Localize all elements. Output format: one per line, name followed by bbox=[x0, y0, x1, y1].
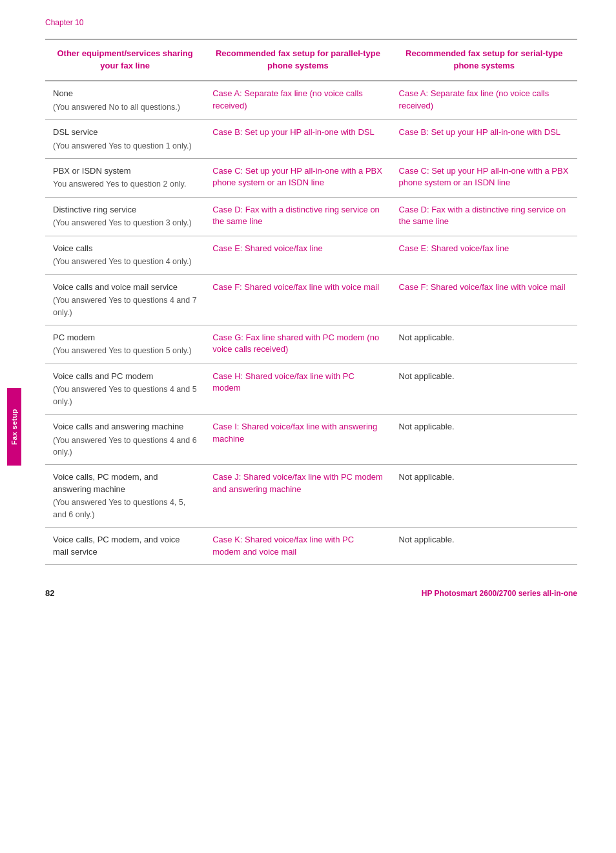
equipment-cell: Distinctive ring service(You answered Ye… bbox=[45, 197, 205, 236]
equipment-cell: DSL service(You answered Yes to question… bbox=[45, 119, 205, 158]
table-row: PBX or ISDN systemYou answered Yes to qu… bbox=[45, 158, 577, 197]
parallel-cell: Case E: Shared voice/fax line bbox=[205, 236, 391, 274]
main-table: Other equipment/services sharing your fa… bbox=[45, 39, 577, 565]
equipment-name: Voice calls, PC modem, and voice mail se… bbox=[53, 534, 197, 559]
parallel-cell: Case K: Shared voice/fax line with PC mo… bbox=[205, 527, 391, 565]
equipment-sub: (You answered No to all questions.) bbox=[53, 101, 197, 113]
parallel-cell: Case D: Fax with a distinctive ring serv… bbox=[205, 197, 391, 236]
table-row: Voice calls(You answered Yes to question… bbox=[45, 236, 577, 274]
equipment-name: Voice calls and voice mail service bbox=[53, 282, 197, 294]
chapter-label: Chapter 10 bbox=[45, 18, 577, 27]
equipment-name: None bbox=[53, 88, 197, 100]
table-row: PC modem(You answered Yes to question 5 … bbox=[45, 325, 577, 364]
equipment-name: DSL service bbox=[53, 127, 197, 139]
col-header-3: Recommended fax setup for serial-type ph… bbox=[391, 39, 577, 81]
equipment-cell: None(You answered No to all questions.) bbox=[45, 81, 205, 119]
serial-cell: Case A: Separate fax line (no voice call… bbox=[391, 81, 577, 119]
serial-cell: Case B: Set up your HP all-in-one with D… bbox=[391, 119, 577, 158]
equipment-cell: Voice calls and answering machine(You an… bbox=[45, 414, 205, 464]
serial-cell: Not applicable. bbox=[391, 364, 577, 414]
equipment-sub: (You answered Yes to question 3 only.) bbox=[53, 217, 197, 229]
equipment-sub: (You answered Yes to questions 4 and 5 o… bbox=[53, 384, 197, 407]
serial-cell: Not applicable. bbox=[391, 414, 577, 464]
table-row: Distinctive ring service(You answered Ye… bbox=[45, 197, 577, 236]
table-row: Voice calls, PC modem, and voice mail se… bbox=[45, 527, 577, 565]
serial-cell: Not applicable. bbox=[391, 527, 577, 565]
serial-cell: Case D: Fax with a distinctive ring serv… bbox=[391, 197, 577, 236]
parallel-cell: Case A: Separate fax line (no voice call… bbox=[205, 81, 391, 119]
serial-cell: Case C: Set up your HP all-in-one with a… bbox=[391, 158, 577, 197]
table-header-row: Other equipment/services sharing your fa… bbox=[45, 39, 577, 81]
equipment-name: PC modem bbox=[53, 332, 197, 344]
equipment-sub: (You answered Yes to question 5 only.) bbox=[53, 345, 197, 356]
page-container: Fax setup Chapter 10 Other equipment/ser… bbox=[0, 0, 616, 853]
side-tab: Fax setup bbox=[7, 388, 21, 466]
equipment-sub: (You answered Yes to questions 4 and 7 o… bbox=[53, 294, 197, 318]
parallel-cell: Case I: Shared voice/fax line with answe… bbox=[205, 414, 391, 464]
parallel-cell: Case H: Shared voice/fax line with PC mo… bbox=[205, 364, 391, 414]
parallel-cell: Case B: Set up your HP all-in-one with D… bbox=[205, 119, 391, 158]
col-header-1: Other equipment/services sharing your fa… bbox=[45, 39, 205, 81]
footer-title: HP Photosmart 2600/2700 series all-in-on… bbox=[422, 589, 577, 598]
table-row: Voice calls and voice mail service(You a… bbox=[45, 274, 577, 325]
table-row: Voice calls and PC modem(You answered Ye… bbox=[45, 364, 577, 414]
equipment-name: Voice calls bbox=[53, 243, 197, 255]
parallel-cell: Case G: Fax line shared with PC modem (n… bbox=[205, 325, 391, 364]
equipment-cell: PC modem(You answered Yes to question 5 … bbox=[45, 325, 205, 364]
equipment-cell: PBX or ISDN systemYou answered Yes to qu… bbox=[45, 158, 205, 197]
equipment-cell: Voice calls and PC modem(You answered Ye… bbox=[45, 364, 205, 414]
equipment-name: PBX or ISDN system bbox=[53, 165, 197, 178]
parallel-cell: Case F: Shared voice/fax line with voice… bbox=[205, 274, 391, 325]
equipment-cell: Voice calls(You answered Yes to question… bbox=[45, 236, 205, 274]
equipment-cell: Voice calls and voice mail service(You a… bbox=[45, 274, 205, 325]
serial-cell: Case F: Shared voice/fax line with voice… bbox=[391, 274, 577, 325]
serial-cell: Case E: Shared voice/fax line bbox=[391, 236, 577, 274]
equipment-sub: (You answered Yes to questions 4 and 6 o… bbox=[53, 435, 197, 458]
serial-cell: Not applicable. bbox=[391, 325, 577, 364]
table-row: DSL service(You answered Yes to question… bbox=[45, 119, 577, 158]
equipment-sub: (You answered Yes to question 1 only.) bbox=[53, 140, 197, 152]
equipment-name: Voice calls, PC modem, and answering mac… bbox=[53, 471, 197, 496]
equipment-name: Voice calls and answering machine bbox=[53, 421, 197, 433]
parallel-cell: Case C: Set up your HP all-in-one with a… bbox=[205, 158, 391, 197]
equipment-cell: Voice calls, PC modem, and answering mac… bbox=[45, 464, 205, 527]
table-row: None(You answered No to all questions.)C… bbox=[45, 81, 577, 119]
equipment-cell: Voice calls, PC modem, and voice mail se… bbox=[45, 527, 205, 565]
page-number: 82 bbox=[45, 588, 54, 598]
equipment-name: Distinctive ring service bbox=[53, 204, 197, 216]
parallel-cell: Case J: Shared voice/fax line with PC mo… bbox=[205, 464, 391, 527]
equipment-sub: (You answered Yes to question 4 only.) bbox=[53, 256, 197, 267]
table-row: Voice calls and answering machine(You an… bbox=[45, 414, 577, 464]
page-footer: 82 HP Photosmart 2600/2700 series all-in… bbox=[45, 584, 577, 598]
serial-cell: Not applicable. bbox=[391, 464, 577, 527]
equipment-sub: (You answered Yes to questions 4, 5, and… bbox=[53, 497, 197, 520]
col-header-2: Recommended fax setup for parallel-type … bbox=[205, 39, 391, 81]
equipment-sub: You answered Yes to question 2 only. bbox=[53, 178, 197, 190]
table-row: Voice calls, PC modem, and answering mac… bbox=[45, 464, 577, 527]
equipment-name: Voice calls and PC modem bbox=[53, 371, 197, 383]
